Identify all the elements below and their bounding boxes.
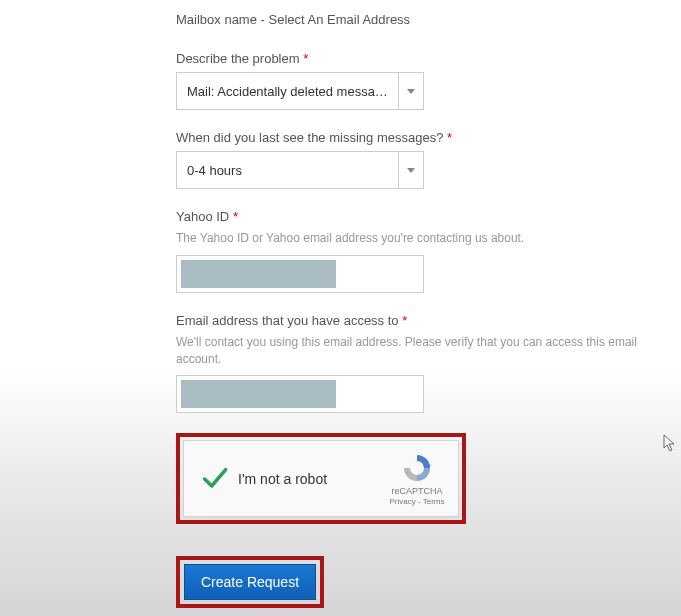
privacy-link[interactable]: Privacy bbox=[390, 497, 416, 506]
helper-yahoo-id: The Yahoo ID or Yahoo email address you'… bbox=[176, 230, 640, 247]
helper-access-email: We'll contact you using this email addre… bbox=[176, 334, 640, 368]
recaptcha-logo-icon bbox=[401, 452, 433, 484]
select-arrow-button[interactable] bbox=[398, 72, 424, 110]
create-request-button[interactable]: Create Request bbox=[184, 564, 316, 600]
input-yahoo-id[interactable] bbox=[176, 255, 424, 293]
captcha-branding: reCAPTCHA Privacy - Terms bbox=[384, 452, 450, 506]
form-container: Mailbox name - Select An Email Address D… bbox=[0, 0, 640, 608]
page-title: Mailbox name - Select An Email Address bbox=[176, 12, 640, 27]
label-access-email: Email address that you have access to * bbox=[176, 313, 640, 328]
chevron-down-icon bbox=[407, 89, 415, 94]
captcha-brand-text: reCAPTCHA bbox=[384, 486, 450, 496]
label-last-seen: When did you last see the missing messag… bbox=[176, 130, 640, 145]
field-yahoo-id: Yahoo ID * The Yahoo ID or Yahoo email a… bbox=[176, 209, 640, 293]
label-text: When did you last see the missing messag… bbox=[176, 130, 443, 145]
select-describe-problem[interactable]: Mail: Accidentally deleted messa… bbox=[176, 72, 424, 110]
label-text: Yahoo ID bbox=[176, 209, 229, 224]
input-access-email[interactable] bbox=[176, 375, 424, 413]
cursor-icon bbox=[663, 434, 677, 452]
button-label: Create Request bbox=[201, 574, 299, 590]
field-last-seen: When did you last see the missing messag… bbox=[176, 130, 640, 189]
submit-highlight: Create Request bbox=[176, 556, 324, 608]
captcha-links: Privacy - Terms bbox=[384, 497, 450, 506]
field-access-email: Email address that you have access to * … bbox=[176, 313, 640, 414]
required-asterisk: * bbox=[402, 313, 407, 328]
label-text: Describe the problem bbox=[176, 51, 300, 66]
recaptcha-widget[interactable]: I'm not a robot reCAPTCHA Privacy - Term… bbox=[183, 440, 459, 517]
label-text: Email address that you have access to bbox=[176, 313, 399, 328]
required-asterisk: * bbox=[447, 130, 452, 145]
field-describe-problem: Describe the problem * Mail: Accidentall… bbox=[176, 51, 640, 110]
label-yahoo-id: Yahoo ID * bbox=[176, 209, 640, 224]
select-arrow-button[interactable] bbox=[398, 151, 424, 189]
captcha-highlight: I'm not a robot reCAPTCHA Privacy - Term… bbox=[176, 433, 466, 524]
required-asterisk: * bbox=[233, 209, 238, 224]
select-last-seen[interactable]: 0-4 hours bbox=[176, 151, 424, 189]
redacted-value bbox=[181, 380, 336, 408]
terms-link[interactable]: Terms bbox=[423, 497, 445, 506]
checkmark-icon bbox=[200, 465, 228, 493]
captcha-label: I'm not a robot bbox=[238, 471, 384, 487]
select-value: Mail: Accidentally deleted messa… bbox=[176, 72, 398, 110]
chevron-down-icon bbox=[407, 168, 415, 173]
required-asterisk: * bbox=[303, 51, 308, 66]
label-describe-problem: Describe the problem * bbox=[176, 51, 640, 66]
select-value: 0-4 hours bbox=[176, 151, 398, 189]
redacted-value bbox=[181, 260, 336, 288]
